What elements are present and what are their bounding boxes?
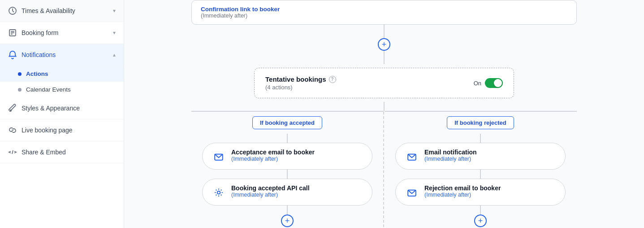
chevron-down-icon: ▾ [113, 8, 116, 14]
toggle-knob [494, 79, 502, 87]
rejection-email-sub: (Immediately after) [424, 192, 501, 198]
if-label-container-right: If booking rejected [447, 112, 514, 134]
sidebar-item-share-embed[interactable]: Share & Embed [0, 141, 124, 163]
gear-icon [212, 185, 226, 200]
acceptance-email-title: Acceptance email to booker [231, 149, 315, 156]
link-icon [8, 126, 17, 135]
active-dot [18, 72, 22, 76]
vertical-line-2 [384, 51, 385, 64]
api-call-card[interactable]: Booking accepted API call (Immediately a… [202, 179, 372, 206]
sidebar-item-notifications[interactable]: Notifications ▴ [0, 44, 124, 66]
add-action-button-top[interactable]: + [378, 38, 390, 51]
sidebar-item-times-availability[interactable]: Times & Availability ▾ [0, 0, 124, 22]
sidebar-sub-item-calendar-events[interactable]: Calendar Events [0, 82, 124, 97]
api-call-text: Booking accepted API call (Immediately a… [231, 184, 310, 198]
sidebar-sub-item-actions[interactable]: Actions [0, 66, 124, 82]
vert-line-left-1 [287, 134, 288, 143]
sidebar-item-notifications-label: Notifications [22, 51, 108, 58]
sidebar-item-times-availability-label: Times & Availability [22, 7, 108, 14]
mail-icon-1 [212, 149, 226, 164]
vert-line-left-2 [287, 170, 288, 179]
vert-line-left-3 [287, 206, 288, 215]
api-call-sub: (Immediately after) [231, 192, 310, 198]
rejection-email-title: Rejection email to booker [424, 184, 501, 192]
vertical-line-1 [384, 25, 385, 38]
sidebar-item-styles-appearance[interactable]: Styles & Appearance [0, 97, 124, 119]
sidebar-item-share-embed-label: Share & Embed [22, 149, 116, 156]
inactive-dot [18, 88, 22, 92]
toggle-container: On [474, 78, 503, 88]
if-label-container-left: If booking accepted [252, 112, 322, 134]
email-notification-card[interactable]: Email notification (Immediately after) [395, 143, 566, 170]
email-notification-title: Email notification [424, 149, 477, 156]
sidebar-item-live-booking-label: Live booking page [22, 127, 116, 134]
tentative-bookings-card[interactable]: Tentative bookings ? (4 actions) On [254, 68, 514, 98]
toggle-switch[interactable] [485, 78, 503, 88]
sidebar-sub-item-actions-label: Actions [26, 70, 48, 77]
tentative-title: Tentative bookings ? [265, 75, 336, 83]
add-action-button-left[interactable]: + [281, 215, 294, 227]
sidebar-item-booking-form-label: Booking form [22, 29, 108, 36]
branch-horizontal-lines [191, 102, 577, 112]
vert-line-right-1 [480, 134, 481, 143]
vert-line-right-2 [480, 170, 481, 179]
mail-icon-3 [405, 185, 419, 200]
clock-icon [8, 6, 17, 15]
sidebar-sub-item-calendar-events-label: Calendar Events [26, 86, 71, 93]
branch-center-vert [384, 102, 385, 111]
if-booking-accepted-label: If booking accepted [252, 116, 322, 129]
svg-line-8 [12, 150, 13, 154]
if-booking-rejected-label: If booking rejected [447, 116, 514, 129]
top-card-title: Confirmation link to booker [201, 6, 567, 13]
col-left-accepted: If booking accepted Acceptance email to … [191, 112, 384, 227]
sidebar-item-live-booking[interactable]: Live booking page [0, 119, 124, 141]
chevron-down-icon-2: ▾ [113, 30, 116, 36]
t-junction [191, 102, 577, 112]
tentative-info: Tentative bookings ? (4 actions) [265, 75, 336, 91]
mail-icon-2 [405, 149, 419, 164]
acceptance-email-card[interactable]: Acceptance email to booker (Immediately … [202, 143, 372, 170]
sidebar-item-booking-form[interactable]: Booking form ▾ [0, 22, 124, 44]
sidebar: Times & Availability ▾ Booking form ▾ No… [0, 0, 124, 228]
chevron-up-icon: ▴ [113, 52, 116, 58]
top-card-sub: (Immediately after) [201, 13, 567, 19]
plus-connector-top: + [378, 25, 390, 64]
svg-point-10 [217, 191, 220, 194]
top-card[interactable]: Confirmation link to booker (Immediately… [191, 0, 577, 25]
acceptance-email-text: Acceptance email to booker (Immediately … [231, 149, 315, 162]
add-action-button-right[interactable]: + [474, 215, 487, 227]
vert-line-right-3 [480, 206, 481, 215]
api-call-title: Booking accepted API call [231, 184, 310, 192]
brush-icon [8, 104, 17, 113]
tentative-sub: (4 actions) [265, 84, 336, 91]
help-icon[interactable]: ? [329, 76, 336, 83]
two-columns: If booking accepted Acceptance email to … [191, 112, 577, 227]
email-notification-text: Email notification (Immediately after) [424, 149, 477, 162]
main-content: Confirmation link to booker (Immediately… [124, 0, 644, 228]
col-right-rejected: If booking rejected Email notification (… [384, 112, 577, 227]
toggle-label: On [474, 80, 481, 87]
sidebar-item-styles-label: Styles & Appearance [22, 105, 116, 112]
bell-icon [8, 50, 17, 59]
code-icon [8, 148, 17, 157]
acceptance-email-sub: (Immediately after) [231, 156, 315, 162]
form-icon [8, 28, 17, 37]
email-notification-sub: (Immediately after) [424, 156, 477, 162]
rejection-email-card[interactable]: Rejection email to booker (Immediately a… [395, 179, 566, 206]
flow-container: Confirmation link to booker (Immediately… [182, 0, 586, 227]
rejection-email-text: Rejection email to booker (Immediately a… [424, 184, 501, 198]
